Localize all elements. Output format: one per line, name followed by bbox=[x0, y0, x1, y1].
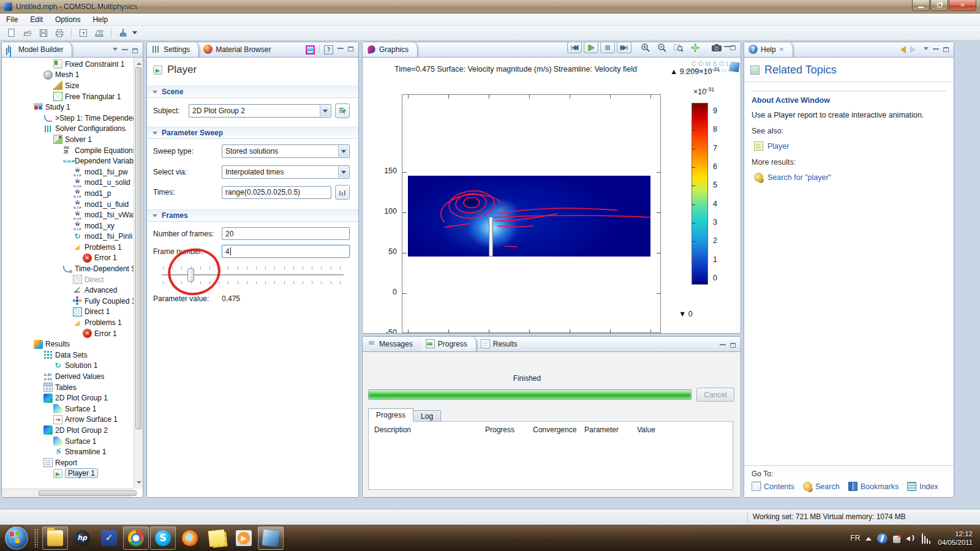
tab-progress[interactable]: Progress bbox=[421, 336, 477, 351]
slider-thumb[interactable] bbox=[187, 268, 194, 282]
tree-item[interactable]: Direct 1 bbox=[2, 307, 134, 318]
tree-item[interactable]: mod1_u_fluid bbox=[2, 199, 134, 210]
graphics-tab[interactable]: Graphics bbox=[363, 42, 418, 57]
zoom-extents-icon[interactable] bbox=[688, 42, 703, 53]
snapshot-icon[interactable] bbox=[709, 42, 724, 53]
goto-contents-link[interactable]: Contents bbox=[752, 482, 794, 491]
taskbar-media-icon[interactable] bbox=[231, 527, 257, 550]
help-icon[interactable]: ? bbox=[77, 27, 90, 39]
back-icon[interactable] bbox=[897, 46, 906, 53]
taskbar-skype-icon[interactable]: S bbox=[150, 527, 176, 550]
sweep-type-dropdown[interactable]: Stored solutions bbox=[222, 144, 350, 158]
settings-maximize-icon[interactable] bbox=[348, 47, 353, 51]
help-tab[interactable]: Help ✕ bbox=[744, 42, 793, 57]
tree-item[interactable]: Solver 1 bbox=[2, 134, 134, 145]
menu-help[interactable]: Help bbox=[86, 14, 114, 25]
clear-broom-icon[interactable] bbox=[116, 27, 130, 39]
scene-section-header[interactable]: Scene bbox=[147, 86, 358, 98]
subtab-progress[interactable]: Progress bbox=[368, 408, 413, 422]
tree-item[interactable]: Study 1 bbox=[2, 102, 134, 113]
material-browser-tab[interactable]: Material Browser bbox=[199, 42, 279, 57]
print-icon[interactable] bbox=[53, 27, 66, 39]
plot-area[interactable]: Time=0.475 Surface: Velocity magnitude (… bbox=[363, 58, 741, 333]
network-plug-tray-icon[interactable] bbox=[893, 536, 900, 543]
settings-tab[interactable]: Settings bbox=[147, 42, 199, 57]
restore-button[interactable] bbox=[930, 0, 948, 11]
tree-item[interactable]: Tables bbox=[2, 382, 134, 393]
zoom-out-icon[interactable] bbox=[655, 42, 669, 53]
taskbar-firefox-icon[interactable] bbox=[177, 527, 203, 550]
minimize-button[interactable] bbox=[912, 0, 930, 11]
help-menu-caret-icon[interactable] bbox=[924, 47, 929, 53]
help-tab-close-icon[interactable]: ✕ bbox=[779, 46, 784, 53]
title-bar[interactable]: Untitled.mph - COMSOL Multiphysics ✕ bbox=[0, 0, 980, 13]
new-file-icon[interactable] bbox=[5, 27, 18, 39]
tree-item[interactable]: Results bbox=[2, 339, 134, 350]
stop-icon[interactable] bbox=[600, 42, 615, 53]
tab-results[interactable]: Results bbox=[477, 336, 526, 351]
tree-item[interactable]: Error 1 bbox=[2, 253, 134, 264]
menu-file[interactable]: File bbox=[0, 14, 24, 25]
frames-section-header[interactable]: Frames bbox=[147, 209, 358, 222]
taskbar-comsol-icon[interactable] bbox=[258, 527, 284, 550]
tree-item[interactable]: mod1_u_solid bbox=[2, 178, 134, 189]
tree-item[interactable]: Compile Equations bbox=[2, 145, 134, 156]
taskbar-hp-icon[interactable]: hp bbox=[69, 527, 95, 550]
help-maximize-icon[interactable] bbox=[943, 47, 949, 52]
panel-menu-caret-icon[interactable] bbox=[113, 48, 118, 53]
taskbar-chrome-icon[interactable] bbox=[123, 527, 149, 550]
progress-minimize-icon[interactable] bbox=[720, 343, 726, 345]
taskbar-notes-icon[interactable] bbox=[204, 527, 230, 550]
subject-dropdown[interactable]: 2D Plot Group 2 bbox=[189, 104, 331, 118]
documentation-icon[interactable]: ? bbox=[92, 27, 106, 39]
tree-item[interactable]: Size bbox=[2, 80, 134, 91]
menu-edit[interactable]: Edit bbox=[24, 14, 49, 25]
tree-item[interactable]: Problems 1 bbox=[2, 242, 134, 253]
tree-item[interactable]: mod1_p bbox=[2, 188, 134, 199]
language-indicator[interactable]: FR bbox=[850, 534, 860, 542]
power-tray-icon[interactable] bbox=[877, 533, 888, 544]
tree-item[interactable]: Mesh 1 bbox=[2, 70, 134, 81]
zoom-in-icon[interactable] bbox=[638, 42, 653, 53]
tree-item[interactable]: Dependent Variabl bbox=[2, 156, 134, 167]
help-book-icon[interactable] bbox=[324, 45, 333, 54]
go-to-source-button[interactable] bbox=[335, 103, 350, 118]
tree-item[interactable]: Surface 1 bbox=[2, 403, 134, 414]
range-button[interactable] bbox=[335, 185, 350, 200]
tree-item[interactable]: mod1_fsi_Pinli bbox=[2, 231, 134, 242]
tree-item[interactable]: Solver Configurations bbox=[2, 124, 134, 135]
skip-last-icon[interactable] bbox=[617, 42, 631, 53]
goto-bookmarks-link[interactable]: Bookmarks bbox=[848, 482, 899, 491]
help-minimize-icon[interactable] bbox=[933, 48, 939, 50]
cancel-button[interactable]: Cancel bbox=[696, 388, 734, 402]
player-help-link[interactable]: Player bbox=[754, 141, 946, 151]
tree-item[interactable]: Time-Dependent S bbox=[2, 263, 134, 274]
model-builder-tab[interactable]: Model Builder bbox=[2, 42, 72, 57]
forward-icon[interactable] bbox=[910, 46, 919, 53]
tree-item[interactable]: Free Triangular 1 bbox=[2, 91, 134, 102]
frame-number-input[interactable]: 4 bbox=[222, 245, 350, 258]
tree-item[interactable]: mod1_xy bbox=[2, 220, 134, 231]
tree-item[interactable]: Problems 1 bbox=[2, 317, 134, 328]
start-button[interactable] bbox=[5, 527, 28, 550]
tree-item[interactable]: >Step 1: Time Dependent bbox=[2, 113, 134, 124]
graphics-minimize-icon[interactable] bbox=[724, 45, 730, 47]
progress-maximize-icon[interactable] bbox=[730, 343, 736, 348]
taskbar-check-icon[interactable]: ✓ bbox=[96, 527, 122, 550]
signal-tray-icon[interactable] bbox=[922, 533, 932, 544]
clock[interactable]: 12:12 04/05/2011 bbox=[938, 530, 973, 547]
tree-item[interactable]: Report bbox=[2, 457, 134, 468]
taskbar-explorer-icon[interactable] bbox=[42, 527, 68, 550]
settings-minimize-icon[interactable] bbox=[337, 47, 344, 49]
subtab-log[interactable]: Log bbox=[413, 410, 441, 422]
tree-item[interactable]: Fixed Constraint 1 bbox=[2, 59, 134, 70]
tree-vertical-scrollbar[interactable] bbox=[134, 58, 143, 489]
tree-item[interactable]: Direct bbox=[2, 274, 134, 285]
zoom-box-icon[interactable] bbox=[671, 42, 686, 53]
goto-index-link[interactable]: Index bbox=[907, 482, 938, 491]
tab-messages[interactable]: Messages bbox=[363, 336, 421, 351]
parameter-sweep-section-header[interactable]: Parameter Sweep bbox=[147, 127, 358, 139]
menu-options[interactable]: Options bbox=[49, 14, 86, 25]
tree-item[interactable]: Player 1 bbox=[2, 468, 134, 479]
tree-item[interactable]: Solution 1 bbox=[2, 361, 134, 372]
